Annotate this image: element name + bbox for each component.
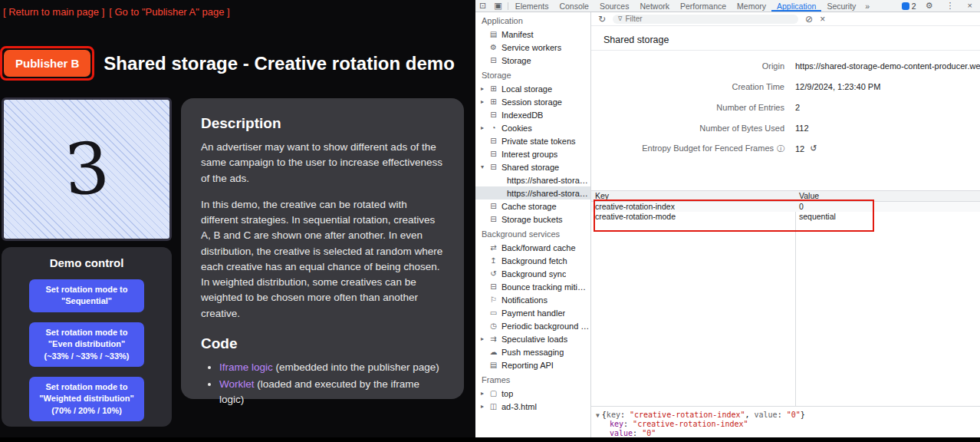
chevron-right-icon[interactable]: ▸: [481, 335, 488, 342]
sidebar-item-top[interactable]: ▸▢top: [475, 387, 590, 400]
chevron-right-icon[interactable]: ▸: [481, 85, 488, 92]
sidebar-item-cookies[interactable]: ▸◔Cookies: [475, 121, 590, 134]
sidebar-item-label: https://shared-storage-d…: [507, 176, 590, 185]
chevron-down-icon[interactable]: ▾: [481, 163, 488, 170]
sidebar-item-back-forward-cache[interactable]: ⇄Back/forward cache: [475, 241, 590, 254]
messages-badge[interactable]: 2: [902, 2, 916, 11]
rotation-mode-button-3[interactable]: Set rotation mode to "Weighted distribut…: [29, 377, 144, 421]
tab-memory[interactable]: Memory: [732, 0, 771, 12]
inspect-icon[interactable]: ⊡: [475, 2, 490, 10]
metadata-label: Origin: [591, 61, 784, 71]
sidebar-item-local-storage[interactable]: ▸⊞Local storage: [475, 82, 590, 95]
sidebar-item-payment-handler[interactable]: ▭Payment handler: [475, 306, 590, 319]
tab-network[interactable]: Network: [634, 0, 675, 12]
delete-icon[interactable]: ×: [820, 15, 825, 24]
sidebar-item-label: Storage: [502, 56, 531, 65]
sidebar-item-push-messaging[interactable]: ☁Push messaging: [475, 345, 590, 358]
preview-key: value: [755, 411, 778, 419]
sidebar-item-storage[interactable]: ⊟Storage: [475, 54, 590, 67]
sidebar-item-indexeddb[interactable]: ⊟IndexedDB: [475, 108, 590, 121]
rotation-mode-button-1[interactable]: Set rotation mode to "Sequential": [29, 279, 144, 312]
sidebar-item-service-workers[interactable]: ⚙Service workers: [475, 41, 590, 54]
kebab-menu-icon[interactable]: ⋮: [942, 2, 959, 10]
database-icon: ⊟: [488, 163, 498, 171]
chevron-right-icon[interactable]: ▸: [481, 124, 488, 131]
refresh-icon[interactable]: ↻: [598, 15, 606, 24]
chevron-right-icon[interactable]: ▸: [481, 390, 488, 397]
sidebar-item-label: Shared storage: [502, 163, 559, 172]
chevron-right-icon[interactable]: ▸: [481, 98, 488, 105]
devtools-tabs: ElementsConsoleSourcesNetworkPerformance…: [510, 0, 862, 12]
metadata-value: https://shared-storage-demo-content-prod…: [784, 61, 980, 71]
frame-icon: ▢: [488, 389, 498, 397]
sidebar-item-label: IndexedDB: [502, 110, 543, 120]
sidebar-item-interest-groups[interactable]: ⊟Interest groups: [475, 147, 590, 160]
publisher-b-button[interactable]: Publisher B: [4, 50, 90, 77]
sidebar-item-background-sync[interactable]: ↺Background sync: [475, 267, 590, 280]
sidebar-item-label: Cookies: [502, 124, 532, 133]
info-icon[interactable]: ⓘ: [777, 144, 784, 153]
sidebar-item-periodic-background-s[interactable]: ◷Periodic background s…: [475, 319, 590, 332]
sidebar-item-notifications[interactable]: ⚐Notifications: [475, 293, 590, 306]
top-link-2[interactable]: [ Go to "Publisher A" page ]: [109, 6, 229, 18]
sidebar-item-label: Storage buckets: [502, 215, 563, 224]
sidebar-item-background-fetch[interactable]: ↥Background fetch: [475, 254, 590, 267]
top-link-1[interactable]: [ Return to main page ]: [3, 6, 104, 18]
sidebar-item-ad-3-html[interactable]: ▸◫ad-3.html: [475, 400, 590, 413]
tab-console[interactable]: Console: [554, 0, 594, 12]
ad-creative-iframe[interactable]: 3: [2, 97, 172, 241]
sidebar-item-shared-storage[interactable]: ▾⊟Shared storage: [475, 160, 590, 173]
sidebar-item-session-storage[interactable]: ▸⊞Session storage: [475, 95, 590, 108]
preview-text: :: [623, 420, 633, 428]
filter-box[interactable]: ∇: [613, 15, 798, 24]
sidebar-item-private-state-tokens[interactable]: ⊟Private state tokens: [475, 134, 590, 147]
sidebar-item-label: Reporting API: [502, 361, 554, 370]
preview-text: }: [801, 411, 805, 419]
sidebar-item-reporting-api[interactable]: ▤Reporting API: [475, 358, 590, 371]
tab-application[interactable]: Application: [771, 0, 821, 12]
sidebar-item-storage-buckets[interactable]: ⊟Storage buckets: [475, 213, 590, 226]
tab-sources[interactable]: Sources: [594, 0, 635, 12]
clear-all-icon[interactable]: ⊘: [805, 15, 813, 24]
table-icon: ⊞: [488, 97, 498, 106]
reset-budget-icon[interactable]: ↺: [810, 143, 817, 153]
gear-icon[interactable]: ⚙: [922, 2, 937, 10]
device-toolbar-icon[interactable]: ▣: [490, 2, 505, 10]
tab-elements[interactable]: Elements: [510, 0, 554, 12]
preview-string: "creative-rotation-index": [630, 411, 745, 419]
tab-security[interactable]: Security: [821, 0, 861, 12]
file-icon: ▤: [488, 30, 498, 38]
demo-control-title: Demo control: [2, 247, 172, 269]
metadata-label: Number of Entries: [591, 103, 784, 112]
more-tabs-icon[interactable]: »: [861, 2, 873, 11]
sidebar-item-https-shared-storage-d[interactable]: https://shared-storage-d…: [475, 186, 590, 200]
sidebar-item-manifest[interactable]: ▤Manifest: [475, 28, 590, 41]
preview-summary[interactable]: ▼{key: "creative-rotation-index", value:…: [596, 411, 975, 420]
sidebar-item-bounce-tracking-mitiga[interactable]: ⊟Bounce tracking mitiga…: [475, 280, 590, 293]
demo-control-panel: Demo control Set rotation mode to "Seque…: [2, 247, 172, 427]
metadata-label: Number of Bytes Used: [591, 124, 784, 133]
sidebar-item-https-shared-storage-d[interactable]: https://shared-storage-d…: [475, 173, 590, 186]
preview-pane: ▼{key: "creative-rotation-index", value:…: [591, 406, 980, 442]
code-link-worklet[interactable]: Worklet: [219, 378, 255, 390]
panel-section-title: Shared storage: [591, 25, 980, 51]
page-title: Shared storage - Creative rotation demo: [104, 53, 454, 74]
sidebar-item-label: Push messaging: [502, 348, 564, 357]
metadata-value: 12/9/2024, 1:23:40 PM: [784, 82, 880, 91]
sidebar-item-cache-storage[interactable]: ⊟Cache storage: [475, 200, 590, 213]
rotation-mode-button-2[interactable]: Set rotation mode to "Even distribution"…: [29, 322, 144, 367]
preview-string: "creative-rotation-index": [633, 420, 748, 428]
filter-input[interactable]: [625, 15, 755, 23]
metadata-row: Number of Bytes Used112: [591, 117, 980, 138]
close-icon[interactable]: ×: [964, 2, 976, 10]
code-link-iframe-logic[interactable]: Iframe logic: [219, 361, 273, 373]
sidebar-item-speculative-loads[interactable]: ▸⇉Speculative loads: [475, 332, 590, 345]
sidebar-item-label: Background sync: [502, 269, 566, 279]
metadata-row: Entropy Budget for Fenced Framesⓘ12↺: [591, 138, 980, 159]
loads-icon: ⇉: [488, 335, 498, 343]
preview-key: key: [607, 411, 620, 419]
iframe-icon: ◫: [488, 402, 498, 411]
tab-performance[interactable]: Performance: [675, 0, 732, 12]
chevron-right-icon[interactable]: ▸: [481, 403, 488, 410]
triangle-down-icon[interactable]: ▼: [596, 412, 600, 419]
